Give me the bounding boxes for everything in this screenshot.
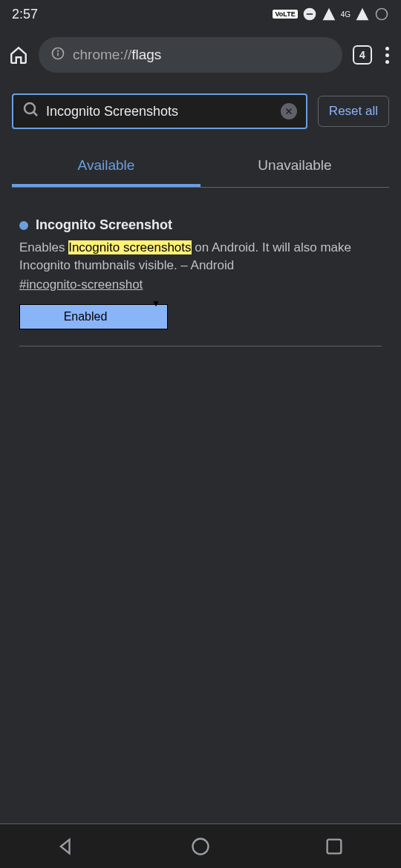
home-icon[interactable] (9, 45, 28, 65)
svg-rect-11 (327, 839, 342, 853)
reset-all-button[interactable]: Reset all (318, 96, 389, 127)
search-row: Reset all (0, 86, 401, 137)
dnd-icon (302, 7, 317, 22)
overflow-menu-icon[interactable] (382, 47, 392, 64)
browser-toolbar: chrome://flags 4 (0, 28, 401, 86)
flag-modified-dot-icon (19, 221, 28, 230)
signal-icon-2 (355, 7, 370, 22)
flag-select-wrap: Enabled (19, 292, 168, 329)
tab-available[interactable]: Available (12, 147, 200, 187)
search-highlight: Incognito screenshots (68, 240, 191, 254)
status-right: VoLTE 4G (273, 7, 389, 22)
svg-point-6 (25, 103, 35, 114)
flag-item: Incognito Screenshot Enables Incognito s… (0, 188, 401, 329)
url-bar[interactable]: chrome://flags (39, 37, 342, 73)
divider (19, 346, 382, 346)
svg-line-7 (33, 112, 37, 116)
network-label: 4G (341, 10, 351, 19)
system-nav-bar (0, 823, 401, 868)
status-bar: 2:57 VoLTE 4G (0, 0, 401, 28)
signal-icon (322, 7, 336, 22)
svg-point-10 (193, 838, 209, 854)
flag-title: Incognito Screenshot (36, 217, 172, 233)
tab-unavailable[interactable]: Unavailable (200, 147, 389, 187)
volte-badge: VoLTE (273, 10, 297, 19)
flag-state-select[interactable]: Enabled (19, 304, 168, 329)
search-icon (22, 101, 40, 122)
clear-search-icon[interactable] (281, 103, 297, 119)
search-input[interactable] (46, 104, 275, 119)
home-nav-icon[interactable] (190, 836, 211, 857)
url-text: chrome://flags (73, 47, 161, 63)
status-time: 2:57 (12, 7, 38, 22)
flag-description: Enables Incognito screenshots on Android… (19, 239, 382, 274)
flag-hash-link[interactable]: #incognito-screenshot (19, 277, 143, 292)
search-box[interactable] (12, 93, 307, 129)
back-icon[interactable] (56, 836, 77, 857)
recents-icon[interactable] (324, 836, 345, 857)
svg-point-2 (376, 9, 388, 20)
loading-icon (374, 7, 389, 22)
info-icon (50, 46, 65, 64)
svg-point-5 (58, 50, 59, 51)
tab-switcher[interactable]: 4 (353, 45, 372, 65)
tab-bar: Available Unavailable (12, 147, 389, 188)
svg-rect-1 (306, 13, 312, 15)
